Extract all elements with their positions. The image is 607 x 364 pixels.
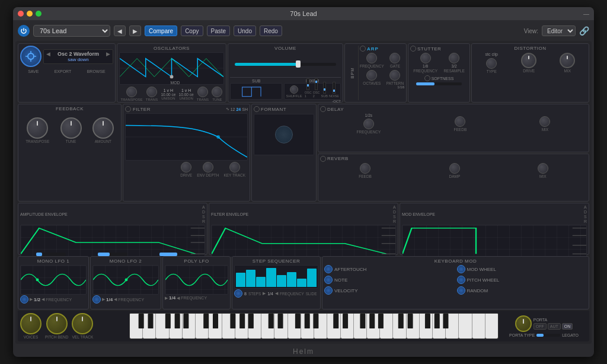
porta-type-slider[interactable] — [536, 334, 560, 337]
browse-btn[interactable]: BROWSE — [87, 69, 106, 74]
white-key[interactable] — [433, 314, 446, 339]
white-key[interactable] — [420, 314, 433, 339]
step-3[interactable] — [256, 277, 266, 287]
white-key[interactable] — [407, 314, 420, 339]
arp-gate-knob[interactable] — [389, 53, 400, 63]
white-key[interactable] — [274, 314, 287, 339]
delay-power[interactable] — [320, 106, 326, 112]
white-key[interactable] — [314, 314, 327, 339]
paste-button[interactable]: Paste — [207, 25, 231, 36]
stutter-power[interactable] — [410, 46, 416, 52]
next-preset-button[interactable]: ▶ — [129, 25, 141, 36]
osc-tune-knob[interactable] — [126, 87, 137, 97]
mod-wheel-logo[interactable] — [457, 265, 465, 273]
osc-tune2-knob[interactable] — [212, 87, 222, 97]
step-8[interactable] — [307, 269, 317, 287]
porta-aut-btn[interactable]: AUT — [548, 323, 561, 330]
note-logo[interactable] — [324, 276, 333, 284]
preset-select[interactable]: 70s Lead — [33, 25, 110, 37]
white-key[interactable] — [472, 314, 485, 339]
delay-mix-knob[interactable] — [539, 116, 550, 127]
reverb-feedb-knob[interactable] — [360, 163, 370, 174]
tune-knob[interactable] — [60, 117, 82, 139]
delay-feedb-knob[interactable] — [455, 116, 465, 127]
reverb-power[interactable] — [320, 156, 326, 162]
porta-off-btn[interactable]: OFF — [533, 323, 547, 330]
white-key[interactable] — [327, 314, 340, 339]
save-btn[interactable]: SAVE — [28, 69, 39, 74]
step-6[interactable] — [287, 272, 296, 288]
white-key[interactable] — [248, 314, 261, 339]
view-select[interactable]: Editor — [542, 25, 576, 36]
formant-knob[interactable] — [275, 126, 293, 143]
voices-knob[interactable] — [20, 313, 41, 334]
step-4[interactable] — [266, 268, 276, 287]
osc-trans2-knob[interactable] — [197, 87, 208, 97]
porta-knob[interactable] — [515, 315, 532, 332]
white-key[interactable] — [143, 314, 156, 339]
white-key[interactable] — [393, 314, 406, 339]
piano-keyboard[interactable] — [129, 313, 499, 339]
delay-frequency-knob[interactable] — [363, 119, 374, 129]
distortion-drive-knob[interactable] — [521, 53, 536, 68]
white-key[interactable] — [301, 314, 314, 339]
white-key[interactable] — [196, 314, 209, 339]
link-icon[interactable]: 🔗 — [579, 26, 589, 36]
reverb-damp-knob[interactable] — [449, 163, 460, 174]
distortion-type-knob[interactable] — [486, 58, 497, 69]
filter-power[interactable] — [125, 106, 131, 112]
aftertouch-logo[interactable] — [324, 265, 333, 273]
white-key[interactable] — [380, 314, 393, 339]
white-key[interactable] — [209, 314, 222, 339]
step-2[interactable] — [246, 270, 255, 287]
minimize-button[interactable] — [27, 11, 33, 17]
compare-button[interactable]: Compare — [145, 25, 177, 36]
white-key[interactable] — [341, 314, 354, 339]
white-key[interactable] — [485, 314, 498, 339]
white-key[interactable] — [446, 314, 459, 339]
softness-power[interactable] — [424, 75, 430, 81]
white-key[interactable] — [130, 314, 143, 339]
porta-on-btn[interactable]: ON — [562, 323, 573, 330]
osc-trans-knob[interactable] — [146, 87, 157, 97]
formant-power[interactable] — [254, 106, 260, 112]
stutter-frequency-knob[interactable] — [420, 53, 431, 63]
redo-button[interactable]: Redo — [260, 25, 282, 36]
reverb-mix-knob[interactable] — [538, 163, 548, 174]
step-1[interactable] — [236, 273, 245, 287]
arp-frequency-knob[interactable] — [366, 53, 377, 63]
close-button[interactable] — [18, 11, 24, 17]
white-key[interactable] — [459, 314, 472, 339]
step-7[interactable] — [297, 279, 306, 287]
amount-knob[interactable] — [92, 117, 114, 139]
arp-octaves-knob[interactable] — [366, 70, 377, 81]
pitch-wheel-logo[interactable] — [457, 276, 465, 284]
export-btn[interactable]: EXPORT — [55, 69, 72, 74]
filter-drive-knob[interactable] — [181, 162, 191, 173]
copy-button[interactable]: Copy — [181, 25, 203, 36]
stutter-resample-knob[interactable] — [449, 53, 459, 63]
white-key[interactable] — [156, 314, 169, 339]
distortion-mix-knob[interactable] — [560, 53, 575, 68]
vel-track-knob[interactable] — [72, 313, 93, 334]
arp-power[interactable] — [360, 46, 366, 52]
shuffle-knob[interactable] — [290, 85, 298, 94]
osc-prev-arrow[interactable]: ◀ — [46, 51, 50, 57]
transpose-knob[interactable] — [27, 117, 48, 139]
step-5[interactable] — [277, 275, 286, 287]
white-key[interactable] — [235, 314, 248, 339]
softness-slider[interactable] — [416, 82, 462, 85]
volume-slider-track[interactable] — [235, 63, 336, 66]
undo-button[interactable]: Undo — [234, 25, 256, 36]
osc-next-arrow[interactable]: ▶ — [106, 51, 110, 57]
white-key[interactable] — [183, 314, 196, 339]
white-key[interactable] — [170, 314, 183, 339]
velocity-logo[interactable] — [324, 286, 333, 295]
white-key[interactable] — [222, 314, 235, 339]
prev-preset-button[interactable]: ◀ — [114, 25, 126, 36]
random-logo[interactable] — [457, 286, 465, 295]
maximize-button[interactable] — [36, 11, 41, 17]
white-key[interactable] — [354, 314, 367, 339]
white-key[interactable] — [367, 314, 380, 339]
filter-key-track-knob[interactable] — [229, 162, 240, 173]
